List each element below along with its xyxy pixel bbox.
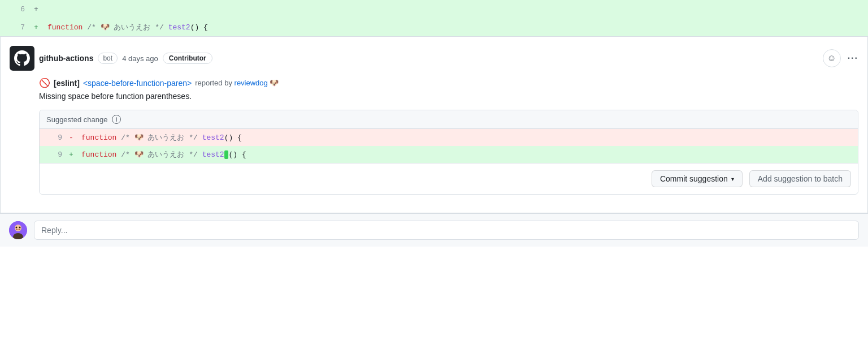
diff-added-content: function /* 🐶 あいうえお */ test2 () {	[81, 149, 246, 160]
author-section: github-actions bot 4 days ago Contributo…	[10, 46, 212, 71]
diff-line-num-removed: 9	[46, 133, 62, 142]
diff-line-num-added: 9	[46, 150, 62, 159]
line-prefix-6: +	[34, 5, 43, 14]
timestamp: 4 days ago	[122, 54, 158, 63]
commit-btn-label: Commit suggestion	[660, 174, 728, 183]
suggestion-actions: Commit suggestion ▾ Add suggestion to ba…	[40, 163, 858, 194]
suggested-change-box: Suggested change i 9 - function /* 🐶 あいう…	[39, 110, 858, 195]
reply-input[interactable]: Reply...	[34, 221, 859, 240]
commit-suggestion-button[interactable]: Commit suggestion ▾	[652, 170, 743, 187]
comment-actions: ☺ ···	[823, 49, 858, 67]
chevron-down-icon: ▾	[731, 176, 734, 182]
reported-by-text: reported by reviewdog 🐶	[195, 79, 279, 87]
suggested-change-header: Suggested change i	[40, 110, 858, 129]
bot-badge: bot	[98, 53, 118, 64]
diff-minus-prefix: -	[69, 133, 77, 142]
svg-point-3	[16, 227, 18, 229]
info-icon[interactable]: i	[112, 115, 121, 124]
comment-header: github-actions bot 4 days ago Contributo…	[10, 46, 858, 71]
rule-link[interactable]: <space-before-function-paren>	[83, 79, 192, 88]
avatar	[10, 46, 34, 71]
svg-point-1	[15, 225, 21, 231]
comment-text: Missing space before function parenthese…	[39, 92, 858, 101]
comment-body: 🚫 [eslint] <space-before-function-paren>…	[10, 77, 858, 195]
line-number-7: 7	[7, 23, 25, 32]
reply-section: Reply...	[0, 213, 868, 247]
line-prefix-7: +	[34, 23, 43, 32]
code-header: 6 + 7 + function /* 🐶 あいうえお */ test2() {	[0, 0, 868, 37]
reviewer-emoji: 🐶	[270, 79, 279, 87]
reviewer-link[interactable]: reviewdog	[235, 79, 268, 87]
diff-plus-prefix: +	[69, 150, 77, 159]
comment-container: github-actions bot 4 days ago Contributo…	[0, 37, 868, 213]
no-entry-icon: 🚫	[39, 77, 50, 88]
diff-removed-content: function /* 🐶 あいうえお */ test2() {	[81, 132, 242, 143]
reply-avatar	[9, 221, 27, 239]
emoji-button[interactable]: ☺	[823, 49, 841, 67]
add-suggestion-to-batch-button[interactable]: Add suggestion to batch	[749, 170, 851, 187]
diff-removed-line: 9 - function /* 🐶 あいうえお */ test2() {	[40, 129, 858, 146]
more-options-button[interactable]: ···	[848, 53, 858, 63]
svg-point-4	[19, 227, 21, 229]
line7-content: function /* 🐶 あいうえお */ test2() {	[47, 22, 208, 32]
code-line-6: 6 +	[0, 0, 868, 18]
suggested-change-label: Suggested change	[46, 115, 107, 124]
comment-title: 🚫 [eslint] <space-before-function-paren>…	[39, 77, 858, 88]
contributor-badge: Contributor	[163, 53, 212, 64]
author-name: github-actions	[39, 54, 93, 63]
code-line-7: 7 + function /* 🐶 あいうえお */ test2() {	[0, 18, 868, 36]
rule-prefix: [eslint]	[54, 79, 80, 88]
diff-added-line: 9 + function /* 🐶 あいうえお */ test2 () {	[40, 146, 858, 163]
line-number-6: 6	[7, 5, 25, 14]
